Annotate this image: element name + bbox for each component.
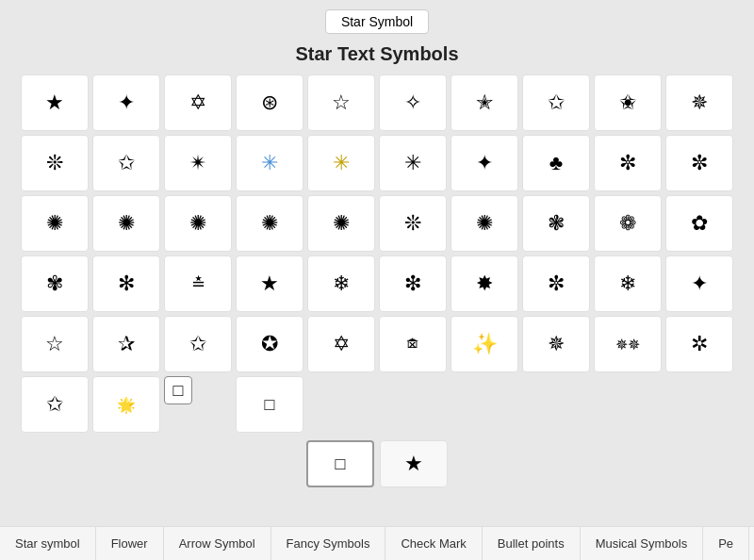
symbol-cell[interactable]: ✳ — [307, 135, 375, 191]
nav-tab-musical-symbols[interactable]: Musical Symbols — [581, 527, 704, 560]
star-symbol-tab[interactable]: Star Symbol — [325, 9, 429, 34]
nav-tab-pe[interactable]: Pe — [703, 527, 749, 560]
symbol-cell[interactable]: ❄ — [307, 255, 375, 312]
symbol-cell[interactable]: ⊛ — [236, 74, 303, 131]
symbol-cell[interactable]: ✵✵ — [594, 316, 662, 372]
symbol-cell[interactable]: ✩ — [21, 376, 89, 433]
symbol-cell[interactable]: ✺ — [451, 195, 518, 252]
symbol-cell[interactable]: ✺ — [307, 195, 375, 252]
symbol-cell[interactable]: ✩ — [164, 316, 232, 372]
symbol-cell[interactable]: ✧ — [379, 74, 447, 131]
bottom-cell-empty[interactable]: □ — [306, 440, 374, 487]
symbol-cell[interactable]: ✼ — [522, 255, 590, 312]
symbol-cell[interactable]: ❄ — [594, 255, 662, 312]
symbol-cell[interactable]: ≛ — [164, 255, 232, 312]
symbol-cell[interactable]: ❊ — [21, 135, 89, 191]
symbol-cell[interactable]: 🏚 — [379, 316, 447, 372]
symbol-cell[interactable]: ✳ — [236, 135, 303, 191]
symbol-cell[interactable]: ★ — [236, 255, 303, 312]
symbol-cell[interactable]: ✵ — [522, 316, 590, 372]
symbol-cell[interactable]: ☆ — [307, 74, 375, 131]
symbol-cell[interactable]: ✺ — [164, 195, 232, 252]
symbol-cell[interactable]: ☆ — [21, 316, 89, 372]
symbol-cell[interactable]: ✲ — [665, 316, 733, 372]
nav-tab-flower[interactable]: Flower — [96, 527, 164, 560]
symbol-cell[interactable]: □ — [164, 376, 192, 404]
nav-tab-bullet-points[interactable]: Bullet points — [483, 527, 581, 560]
symbol-cell[interactable]: ✦ — [665, 255, 733, 312]
symbol-cell[interactable]: ✾ — [21, 255, 89, 312]
bottom-row: □ ★ — [306, 440, 448, 487]
symbol-cell[interactable]: ✺ — [92, 195, 160, 252]
symbol-cell[interactable]: ✡ — [164, 74, 232, 131]
symbol-cell[interactable]: ✵ — [665, 74, 733, 131]
symbol-cell[interactable]: ✼ — [594, 135, 662, 191]
symbol-cell[interactable]: ✺ — [21, 195, 89, 252]
symbol-cell[interactable]: □ — [236, 376, 303, 433]
nav-tab-check-mark[interactable]: Check Mark — [385, 527, 482, 560]
bottom-cell-star[interactable]: ★ — [380, 440, 448, 487]
symbol-cell[interactable]: ✸ — [451, 255, 518, 312]
symbol-cell[interactable]: ❊ — [379, 195, 447, 252]
symbol-cell[interactable]: ✪ — [236, 316, 303, 372]
symbol-cell[interactable]: ✻ — [92, 255, 160, 312]
nav-tab-fancy-symbols[interactable]: Fancy Symbols — [271, 527, 386, 560]
symbol-cell[interactable]: ✦ — [451, 135, 518, 191]
symbol-cell[interactable]: ❃ — [522, 195, 590, 252]
symbol-cell[interactable]: ✡ — [307, 316, 375, 372]
symbol-cell[interactable]: ✴ — [164, 135, 232, 191]
symbol-cell[interactable]: ✺ — [236, 195, 303, 252]
symbol-cell[interactable]: ★ — [21, 74, 89, 131]
nav-tab-star-symbol[interactable]: Star symbol — [0, 527, 96, 560]
symbol-cell[interactable]: ✭ — [451, 74, 518, 131]
symbol-cell[interactable]: ✰ — [92, 316, 160, 372]
symbol-cell[interactable]: ✨ — [451, 316, 518, 372]
symbol-cell[interactable]: ❁ — [594, 195, 662, 252]
page-title: Star Text Symbols — [295, 43, 458, 65]
symbol-cell[interactable]: ✿ — [665, 195, 733, 252]
symbol-cell[interactable]: ✼ — [665, 135, 733, 191]
symbol-cell[interactable]: ♣ — [522, 135, 590, 191]
symbol-cell[interactable]: ✳ — [379, 135, 447, 191]
nav-tab-arrow-symbol[interactable]: Arrow Symbol — [164, 527, 271, 560]
symbol-cell[interactable]: ✬ — [594, 74, 662, 131]
symbol-cell[interactable]: 🌟 — [92, 376, 160, 433]
symbol-cell[interactable]: ✩ — [92, 135, 160, 191]
nav-tabs: Star symbol Flower Arrow Symbol Fancy Sy… — [0, 526, 754, 560]
symbol-cell[interactable]: ❇ — [379, 255, 447, 312]
symbol-cell[interactable]: ✩ — [522, 74, 590, 131]
symbol-cell[interactable]: ✦ — [92, 74, 160, 131]
symbols-grid: ★ ✦ ✡ ⊛ ☆ ✧ ✭ ✩ ✬ ✵ ❊ ✩ ✴ ✳ ✳ ✳ ✦ ♣ ✼ ✼ … — [11, 74, 743, 433]
